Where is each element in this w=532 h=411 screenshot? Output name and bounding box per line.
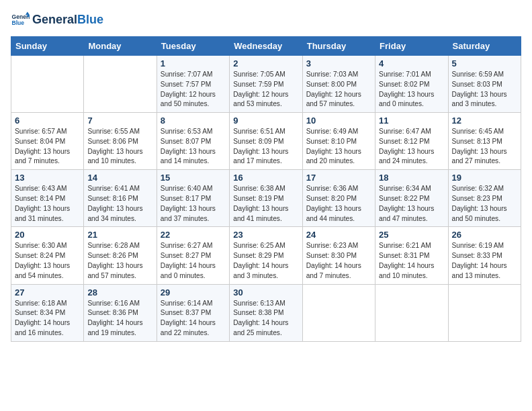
calendar-cell: 23Sunrise: 6:25 AM Sunset: 8:29 PM Dayli… xyxy=(230,227,302,284)
day-info: Sunrise: 6:16 AM Sunset: 8:36 PM Dayligh… xyxy=(87,299,152,338)
weekday-header-cell: Sunday xyxy=(11,37,84,56)
calendar-cell: 27Sunrise: 6:18 AM Sunset: 8:34 PM Dayli… xyxy=(11,284,84,341)
day-info: Sunrise: 6:43 AM Sunset: 8:14 PM Dayligh… xyxy=(15,184,80,224)
day-info: Sunrise: 6:13 AM Sunset: 8:38 PM Dayligh… xyxy=(233,299,298,338)
calendar-week-row: 20Sunrise: 6:30 AM Sunset: 8:24 PM Dayli… xyxy=(11,227,521,284)
day-info: Sunrise: 7:03 AM Sunset: 8:00 PM Dayligh… xyxy=(306,70,371,109)
day-info: Sunrise: 6:32 AM Sunset: 8:23 PM Dayligh… xyxy=(452,184,517,224)
calendar-table: SundayMondayTuesdayWednesdayThursdayFrid… xyxy=(11,36,521,342)
day-number: 28 xyxy=(87,287,152,298)
day-info: Sunrise: 7:05 AM Sunset: 7:59 PM Dayligh… xyxy=(233,70,298,109)
calendar-cell: 15Sunrise: 6:40 AM Sunset: 8:17 PM Dayli… xyxy=(157,170,229,227)
calendar-week-row: 27Sunrise: 6:18 AM Sunset: 8:34 PM Dayli… xyxy=(11,284,521,341)
day-info: Sunrise: 6:53 AM Sunset: 8:07 PM Dayligh… xyxy=(161,127,226,167)
calendar-cell: 3Sunrise: 7:03 AM Sunset: 8:00 PM Daylig… xyxy=(302,56,375,113)
day-info: Sunrise: 6:19 AM Sunset: 8:33 PM Dayligh… xyxy=(452,241,517,281)
day-number: 20 xyxy=(15,230,80,240)
day-info: Sunrise: 6:51 AM Sunset: 8:09 PM Dayligh… xyxy=(233,127,298,167)
day-number: 13 xyxy=(15,173,80,183)
calendar-cell xyxy=(302,284,375,341)
calendar-cell: 8Sunrise: 6:53 AM Sunset: 8:07 PM Daylig… xyxy=(157,113,229,170)
page-header: General Blue GeneralBlue xyxy=(11,11,521,30)
calendar-week-row: 13Sunrise: 6:43 AM Sunset: 8:14 PM Dayli… xyxy=(11,170,521,227)
calendar-cell: 14Sunrise: 6:41 AM Sunset: 8:16 PM Dayli… xyxy=(84,170,157,227)
calendar-cell xyxy=(84,56,157,113)
day-number: 30 xyxy=(233,287,298,298)
calendar-cell: 10Sunrise: 6:49 AM Sunset: 8:10 PM Dayli… xyxy=(302,113,375,170)
weekday-header-cell: Monday xyxy=(84,37,157,56)
day-number: 9 xyxy=(233,116,298,126)
calendar-cell: 16Sunrise: 6:38 AM Sunset: 8:19 PM Dayli… xyxy=(230,170,302,227)
day-number: 23 xyxy=(233,230,298,240)
day-number: 29 xyxy=(161,287,226,298)
calendar-cell: 26Sunrise: 6:19 AM Sunset: 8:33 PM Dayli… xyxy=(448,227,521,284)
day-info: Sunrise: 6:25 AM Sunset: 8:29 PM Dayligh… xyxy=(233,241,298,281)
day-info: Sunrise: 6:23 AM Sunset: 8:30 PM Dayligh… xyxy=(306,241,371,281)
calendar-cell: 17Sunrise: 6:36 AM Sunset: 8:20 PM Dayli… xyxy=(302,170,375,227)
day-number: 2 xyxy=(233,58,298,68)
day-number: 7 xyxy=(87,116,152,126)
day-number: 26 xyxy=(452,230,517,240)
day-number: 22 xyxy=(161,230,226,240)
calendar-cell: 12Sunrise: 6:45 AM Sunset: 8:13 PM Dayli… xyxy=(448,113,521,170)
calendar-cell: 5Sunrise: 6:59 AM Sunset: 8:03 PM Daylig… xyxy=(448,56,521,113)
day-number: 1 xyxy=(161,58,226,68)
day-info: Sunrise: 6:57 AM Sunset: 8:04 PM Dayligh… xyxy=(15,127,80,167)
weekday-header-cell: Wednesday xyxy=(230,37,302,56)
day-info: Sunrise: 6:27 AM Sunset: 8:27 PM Dayligh… xyxy=(161,241,226,281)
day-number: 18 xyxy=(379,173,444,183)
day-info: Sunrise: 6:34 AM Sunset: 8:22 PM Dayligh… xyxy=(379,184,444,224)
day-number: 11 xyxy=(379,116,444,126)
weekday-header-cell: Tuesday xyxy=(157,37,229,56)
day-number: 19 xyxy=(452,173,517,183)
day-number: 8 xyxy=(161,116,226,126)
day-number: 5 xyxy=(452,58,517,68)
day-number: 21 xyxy=(87,230,152,240)
calendar-cell xyxy=(11,56,84,113)
day-info: Sunrise: 6:49 AM Sunset: 8:10 PM Dayligh… xyxy=(306,127,371,167)
day-info: Sunrise: 6:21 AM Sunset: 8:31 PM Dayligh… xyxy=(379,241,444,281)
day-info: Sunrise: 7:01 AM Sunset: 8:02 PM Dayligh… xyxy=(379,70,444,109)
day-info: Sunrise: 6:18 AM Sunset: 8:34 PM Dayligh… xyxy=(15,299,80,338)
calendar-cell: 7Sunrise: 6:55 AM Sunset: 8:06 PM Daylig… xyxy=(84,113,157,170)
weekday-header-cell: Saturday xyxy=(448,37,521,56)
calendar-cell: 2Sunrise: 7:05 AM Sunset: 7:59 PM Daylig… xyxy=(230,56,302,113)
day-info: Sunrise: 6:45 AM Sunset: 8:13 PM Dayligh… xyxy=(452,127,517,167)
calendar-cell: 29Sunrise: 6:14 AM Sunset: 8:37 PM Dayli… xyxy=(157,284,229,341)
day-number: 14 xyxy=(87,173,152,183)
calendar-cell xyxy=(375,284,448,341)
day-number: 4 xyxy=(379,58,444,68)
calendar-cell: 9Sunrise: 6:51 AM Sunset: 8:09 PM Daylig… xyxy=(230,113,302,170)
day-number: 6 xyxy=(15,116,80,126)
day-info: Sunrise: 6:38 AM Sunset: 8:19 PM Dayligh… xyxy=(233,184,298,224)
day-number: 27 xyxy=(15,287,80,298)
day-info: Sunrise: 6:28 AM Sunset: 8:26 PM Dayligh… xyxy=(87,241,152,281)
calendar-cell: 28Sunrise: 6:16 AM Sunset: 8:36 PM Dayli… xyxy=(84,284,157,341)
calendar-cell xyxy=(448,284,521,341)
day-number: 25 xyxy=(379,230,444,240)
calendar-cell: 21Sunrise: 6:28 AM Sunset: 8:26 PM Dayli… xyxy=(84,227,157,284)
day-info: Sunrise: 7:07 AM Sunset: 7:57 PM Dayligh… xyxy=(161,70,226,109)
logo: General Blue GeneralBlue xyxy=(11,11,103,30)
day-info: Sunrise: 6:40 AM Sunset: 8:17 PM Dayligh… xyxy=(161,184,226,224)
calendar-cell: 18Sunrise: 6:34 AM Sunset: 8:22 PM Dayli… xyxy=(375,170,448,227)
day-info: Sunrise: 6:59 AM Sunset: 8:03 PM Dayligh… xyxy=(452,70,517,109)
calendar-cell: 20Sunrise: 6:30 AM Sunset: 8:24 PM Dayli… xyxy=(11,227,84,284)
day-info: Sunrise: 6:41 AM Sunset: 8:16 PM Dayligh… xyxy=(87,184,152,224)
day-number: 12 xyxy=(452,116,517,126)
weekday-header-cell: Thursday xyxy=(302,37,375,56)
day-info: Sunrise: 6:14 AM Sunset: 8:37 PM Dayligh… xyxy=(161,299,226,338)
day-number: 16 xyxy=(233,173,298,183)
day-info: Sunrise: 6:36 AM Sunset: 8:20 PM Dayligh… xyxy=(306,184,371,224)
calendar-cell: 6Sunrise: 6:57 AM Sunset: 8:04 PM Daylig… xyxy=(11,113,84,170)
weekday-header-row: SundayMondayTuesdayWednesdayThursdayFrid… xyxy=(11,37,521,56)
calendar-week-row: 6Sunrise: 6:57 AM Sunset: 8:04 PM Daylig… xyxy=(11,113,521,170)
logo-text: GeneralBlue xyxy=(32,13,103,27)
day-number: 24 xyxy=(306,230,371,240)
calendar-cell: 22Sunrise: 6:27 AM Sunset: 8:27 PM Dayli… xyxy=(157,227,229,284)
weekday-header-cell: Friday xyxy=(375,37,448,56)
calendar-cell: 30Sunrise: 6:13 AM Sunset: 8:38 PM Dayli… xyxy=(230,284,302,341)
calendar-cell: 24Sunrise: 6:23 AM Sunset: 8:30 PM Dayli… xyxy=(302,227,375,284)
calendar-cell: 25Sunrise: 6:21 AM Sunset: 8:31 PM Dayli… xyxy=(375,227,448,284)
day-info: Sunrise: 6:55 AM Sunset: 8:06 PM Dayligh… xyxy=(87,127,152,167)
